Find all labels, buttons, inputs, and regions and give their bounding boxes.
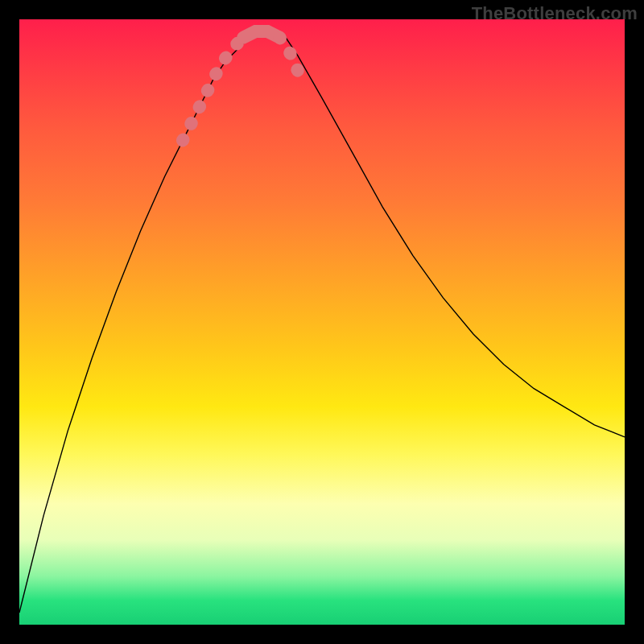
bottleneck-curve — [19, 31, 625, 613]
chart-svg — [19, 19, 625, 625]
optimal-range-markers-right — [279, 38, 303, 86]
plot-container — [19, 19, 625, 625]
watermark-text: TheBottleneck.com — [472, 3, 638, 24]
chart-frame: TheBottleneck.com — [0, 0, 644, 644]
